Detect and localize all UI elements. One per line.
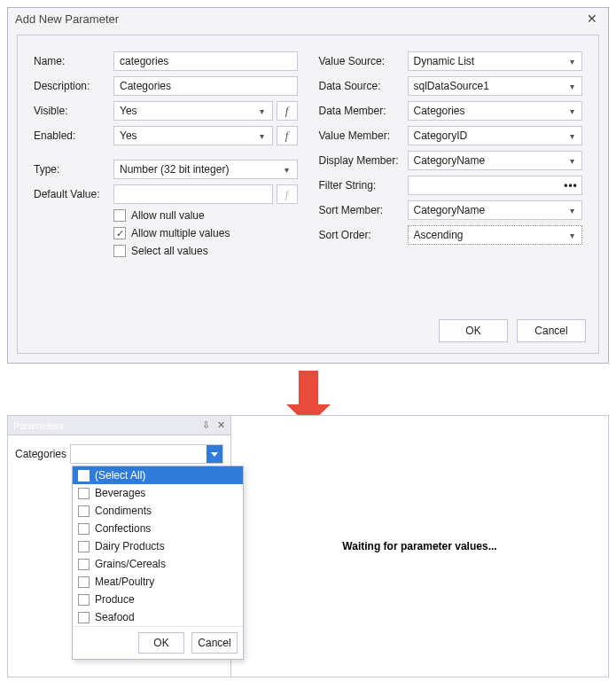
name-input[interactable]: [113, 51, 298, 71]
display-member-label: Display Member:: [319, 154, 408, 167]
data-source-combo[interactable]: sqlDataSource1 ▾: [408, 76, 583, 96]
titlebar: Add New Parameter ✕: [8, 8, 608, 29]
chevron-down-icon: ▾: [565, 131, 578, 141]
value-source-combo[interactable]: Dynamic List ▾: [408, 51, 583, 71]
display-member-combo[interactable]: CategoryName ▾: [408, 151, 583, 170]
name-label: Name:: [34, 55, 113, 67]
allow-null-label: Allow null value: [131, 209, 205, 222]
select-all-label: Select all values: [131, 245, 208, 257]
expression-button[interactable]: f: [277, 101, 298, 121]
data-member-combo[interactable]: Categories ▾: [408, 101, 583, 121]
value-member-combo[interactable]: CategoryID ▾: [408, 126, 583, 145]
dialog-body: Name: Description: Visible: Yes ▾ f En: [17, 35, 599, 354]
report-viewer: Parameters ⇩ ✕ Categories (Select All) B…: [7, 415, 609, 677]
visible-combo[interactable]: Yes ▾: [113, 101, 273, 121]
close-icon[interactable]: ✕: [217, 419, 225, 431]
checkbox-icon[interactable]: [78, 594, 90, 606]
chevron-down-icon: ▾: [281, 165, 293, 175]
left-column: Name: Description: Visible: Yes ▾ f En: [34, 51, 298, 262]
dropdown-item[interactable]: Condiments: [73, 502, 243, 520]
checkbox-icon[interactable]: [78, 612, 90, 623]
allow-multiple-label: Allow multiple values: [131, 227, 230, 239]
checkbox-icon[interactable]: [78, 576, 90, 588]
chevron-down-icon: ▾: [565, 231, 578, 240]
data-member-label: Data Member:: [319, 105, 408, 117]
data-source-label: Data Source:: [319, 80, 408, 92]
chevron-down-icon: ▾: [256, 106, 269, 116]
type-label: Type:: [34, 163, 113, 176]
parameters-title: Parameters: [13, 420, 64, 431]
allow-null-checkbox[interactable]: [113, 209, 126, 222]
categories-label: Categories: [15, 448, 66, 460]
ellipsis-icon[interactable]: •••: [564, 179, 578, 192]
dropdown-item[interactable]: Grains/Cereals: [73, 555, 243, 573]
chevron-down-icon: ▾: [565, 106, 578, 116]
cancel-button[interactable]: Cancel: [517, 319, 586, 342]
dropdown-cancel-button[interactable]: Cancel: [191, 632, 238, 654]
checkbox-icon[interactable]: [78, 559, 90, 570]
default-value-label: Default Value:: [34, 188, 113, 200]
chevron-down-icon: ▾: [565, 206, 578, 215]
description-input[interactable]: [113, 76, 298, 96]
visible-label: Visible:: [34, 105, 113, 117]
expression-button[interactable]: f: [277, 184, 298, 204]
checkbox-icon[interactable]: [78, 523, 90, 535]
chevron-down-icon: ▾: [565, 57, 578, 67]
type-combo[interactable]: Number (32 bit integer) ▾: [113, 160, 298, 179]
close-icon[interactable]: ✕: [583, 12, 601, 26]
enabled-combo[interactable]: Yes ▾: [113, 126, 273, 145]
dropdown-item[interactable]: Seafood: [73, 608, 243, 626]
default-value-input[interactable]: [113, 184, 273, 204]
sort-member-combo[interactable]: CategoryName ▾: [408, 200, 583, 220]
dropdown-ok-button[interactable]: OK: [138, 632, 184, 654]
dropdown-item[interactable]: Meat/Poultry: [73, 573, 243, 591]
filter-string-label: Filter String:: [319, 179, 408, 192]
expression-button[interactable]: f: [277, 126, 298, 145]
waiting-message: Waiting for parameter values...: [342, 540, 496, 552]
dialog-buttons: OK Cancel: [439, 319, 586, 342]
checkbox-icon[interactable]: [78, 470, 90, 482]
dialog-title: Add New Parameter: [15, 12, 119, 26]
pin-icon[interactable]: ⇩: [202, 419, 210, 431]
categories-combo[interactable]: [70, 444, 223, 464]
sort-order-combo[interactable]: Ascending ▾: [408, 225, 583, 245]
parameters-header: Parameters ⇩ ✕: [8, 416, 230, 435]
right-column: Value Source: Dynamic List ▾ Data Source…: [319, 51, 583, 262]
select-all-checkbox[interactable]: [113, 245, 126, 257]
value-source-label: Value Source:: [319, 55, 408, 67]
dropdown-item[interactable]: Dairy Products: [73, 537, 243, 555]
description-label: Description:: [34, 80, 113, 92]
ok-button[interactable]: OK: [439, 319, 508, 342]
sort-member-label: Sort Member:: [319, 204, 408, 216]
dropdown-item[interactable]: Confections: [73, 520, 243, 537]
categories-dropdown: (Select All) BeveragesCondimentsConfecti…: [72, 466, 244, 660]
enabled-label: Enabled:: [34, 129, 113, 142]
chevron-down-icon: ▾: [565, 156, 578, 166]
checkbox-icon[interactable]: [78, 488, 90, 499]
filter-string-input[interactable]: •••: [408, 176, 583, 195]
chevron-down-icon: ▾: [256, 131, 269, 141]
dropdown-item[interactable]: Produce: [73, 591, 243, 608]
arrow-down-icon: [7, 371, 609, 406]
allow-multiple-checkbox[interactable]: ✓: [113, 227, 126, 239]
viewer-area: Waiting for parameter values...: [231, 416, 608, 677]
add-parameter-dialog: Add New Parameter ✕ Name: Description: V…: [7, 7, 609, 364]
checkbox-icon[interactable]: [78, 541, 90, 552]
dropdown-select-all[interactable]: (Select All): [73, 466, 243, 484]
dropdown-item[interactable]: Beverages: [73, 484, 243, 502]
sort-order-label: Sort Order:: [319, 229, 408, 241]
chevron-down-icon: ▾: [565, 82, 578, 91]
checkbox-icon[interactable]: [78, 505, 90, 517]
chevron-down-icon[interactable]: [207, 445, 222, 463]
parameters-panel: Parameters ⇩ ✕ Categories (Select All) B…: [8, 416, 231, 677]
value-member-label: Value Member:: [319, 129, 408, 142]
